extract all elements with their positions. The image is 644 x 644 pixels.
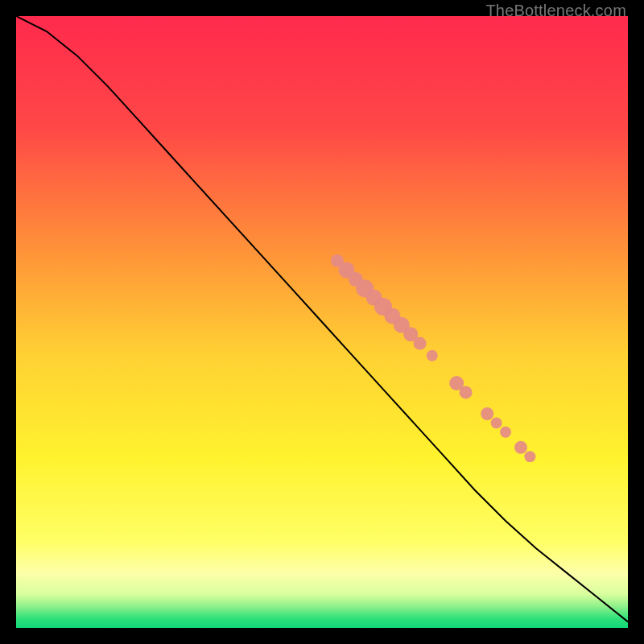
scatter-point <box>460 386 473 398</box>
scatter-point <box>524 451 535 462</box>
scatter-point <box>514 441 527 454</box>
chart-frame <box>16 16 628 628</box>
chart-svg <box>16 16 628 628</box>
scatter-point <box>427 350 438 361</box>
scatter-point <box>414 337 427 350</box>
scatter-point <box>500 427 511 438</box>
scatter-point <box>481 407 493 420</box>
scatter-point <box>491 417 502 428</box>
